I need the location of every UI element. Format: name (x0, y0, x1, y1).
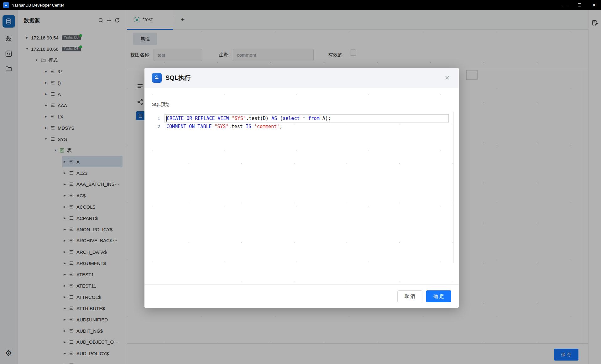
sql-token: ; (280, 124, 282, 129)
ok-button[interactable]: 确 定 (426, 290, 451, 302)
window-controls: ✕ (558, 0, 601, 10)
sql-preview-label: SQL预览 (152, 102, 170, 107)
dialog-footer: 取 消 确 定 (144, 284, 459, 308)
sql-token: AS (271, 116, 280, 121)
close-icon: ✕ (592, 3, 596, 7)
dialog-logo-icon (152, 73, 162, 83)
dialog-body: SQL预览 1CREATE OR REPLACE VIEW "SYS".test… (144, 88, 459, 284)
editor-scroll-edge (453, 112, 454, 263)
app-window: YashanDB Developer Center ✕ ⚙ 数据源 (0, 0, 601, 364)
sql-token: A); (322, 116, 331, 121)
sql-token: ( (280, 116, 283, 121)
sql-token: "SYS" (232, 116, 246, 121)
code-line: 1CREATE OR REPLACE VIEW "SYS".test(D) AS… (152, 114, 449, 122)
text-caret (166, 116, 167, 122)
sql-token: "SYS" (215, 124, 229, 129)
sql-execute-dialog: SQL执行 ✕ SQL预览 1CREATE OR REPLACE VIEW "S… (144, 68, 459, 308)
app-logo-icon (3, 2, 9, 8)
minimize-icon (563, 5, 567, 5)
window-title: YashanDB Developer Center (12, 3, 64, 8)
sql-token: 'comment' (254, 124, 280, 129)
sql-token: .test(D) (246, 116, 271, 121)
maximize-button[interactable] (572, 0, 587, 10)
dialog-title: SQL执行 (165, 74, 443, 82)
titlebar: YashanDB Developer Center ✕ (0, 0, 601, 10)
line-number: 1 (152, 116, 160, 121)
sql-token: from (308, 116, 322, 121)
sql-token: select (283, 116, 302, 121)
sql-token: CREATE OR REPLACE VIEW (167, 116, 232, 121)
sql-token: IS (246, 124, 254, 129)
close-button[interactable]: ✕ (587, 0, 601, 10)
sql-editor[interactable]: 1CREATE OR REPLACE VIEW "SYS".test(D) AS… (152, 114, 449, 279)
code-text: COMMENT ON TABLE "SYS".test IS 'comment'… (165, 122, 284, 131)
code-line: 2COMMENT ON TABLE "SYS".test IS 'comment… (152, 122, 449, 131)
dialog-close-icon[interactable]: ✕ (443, 74, 451, 81)
dialog-header: SQL执行 ✕ (144, 68, 459, 88)
sql-token: * (303, 116, 308, 121)
line-number: 2 (152, 124, 160, 129)
maximize-icon (578, 3, 581, 7)
cancel-button[interactable]: 取 消 (397, 290, 422, 302)
sql-token: COMMENT ON TABLE (166, 124, 215, 129)
minimize-button[interactable] (558, 0, 572, 10)
code-text: CREATE OR REPLACE VIEW "SYS".test(D) AS … (165, 114, 449, 122)
sql-token: .test (229, 124, 246, 129)
